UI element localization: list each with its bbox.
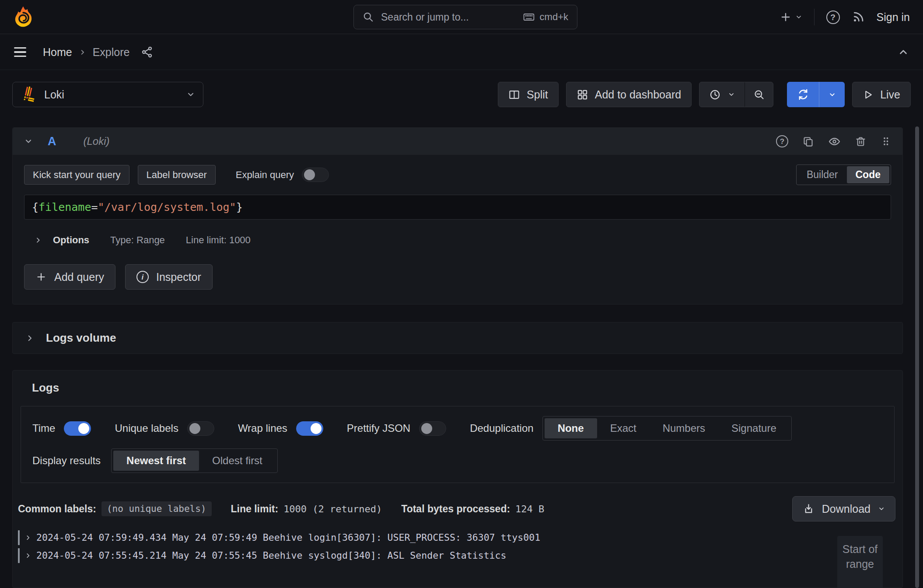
logql-query-field[interactable]: {filename="/var/log/system.log"} [24,195,891,220]
query-editor-body: Kick start your query Label browser Expl… [13,155,902,290]
expand-log-row-icon[interactable] [25,535,31,541]
logs-volume-title: Logs volume [46,331,116,345]
query-editor-actions: Add query i Inspector [24,264,891,290]
log-level-bar [18,548,20,563]
apps-grid-icon [577,89,588,101]
global-search[interactable]: cmd+k [353,5,577,29]
refresh-sync-icon [797,88,809,101]
unique-labels-toggle[interactable] [187,421,214,436]
menu-toggle-icon[interactable] [14,47,26,57]
builder-tab[interactable]: Builder [798,166,847,183]
search-input[interactable] [380,11,516,24]
logs-volume-section[interactable]: Logs volume [12,322,903,354]
share-icon[interactable] [141,46,153,58]
search-icon [363,11,374,23]
query-row-header: A (Loki) ? [13,128,902,155]
query-help-icon[interactable]: ? [776,135,788,147]
wrap-lines-toggle[interactable] [296,421,323,436]
run-query-button[interactable] [787,82,819,107]
add-query-button[interactable]: Add query [24,264,115,290]
refresh-interval-dropdown[interactable] [819,82,845,107]
query-editor-controls: Kick start your query Label browser Expl… [24,164,891,185]
drag-handle-icon[interactable] [881,136,891,147]
explain-query-label: Explain query [236,169,294,181]
dedup-option-none[interactable]: None [545,418,597,438]
logs-title: Logs [32,381,902,395]
breadcrumb-home[interactable]: Home [43,46,72,59]
plus-icon [780,11,792,23]
hide-query-eye-icon[interactable] [828,135,841,148]
top-nav-bar: cmd+k ? Sign in [0,0,923,34]
query-options-row[interactable]: Options Type: Range Line limit: 1000 [24,228,891,252]
time-picker-button[interactable] [699,82,745,107]
log-message: May 24 07:55:45 Beehive syslogd[340]: AS… [172,550,507,561]
order-option-oldest[interactable]: Oldest first [199,451,276,471]
time-toggle[interactable] [64,421,91,436]
loki-logo [21,86,37,103]
collapse-query-chevron-icon[interactable] [24,137,33,146]
prettify-json-toggle-label: Prettify JSON [347,422,410,434]
query-label-value: "/var/log/system.log" [98,201,236,214]
log-timestamp: 2024-05-24 07:59:49.434 [36,532,167,543]
plus-icon [35,271,47,283]
chevron-right-icon [26,334,34,342]
options-label: Options [53,234,89,246]
duplicate-query-icon[interactable] [802,136,814,147]
query-label-name: filename [38,201,91,214]
code-tab[interactable]: Code [847,166,890,183]
inspector-button[interactable]: i Inspector [125,264,213,290]
unique-labels-toggle-label: Unique labels [115,422,178,434]
log-row[interactable]: 2024-05-24 07:55:45.214 May 24 07:55:45 … [18,546,902,564]
new-menu-button[interactable] [780,11,802,23]
dedup-option-signature[interactable]: Signature [718,418,790,438]
chevron-down-icon [878,505,885,512]
log-level-bar [18,530,20,545]
chevron-down-icon [186,90,195,99]
live-button[interactable]: Live [852,82,911,107]
log-message: May 24 07:59:49 Beehive login[36307]: US… [172,532,540,543]
add-to-dashboard-button[interactable]: Add to dashboard [566,82,692,107]
grafana-logo[interactable] [13,6,33,28]
order-option-newest[interactable]: Newest first [113,451,199,471]
logs-meta-row: Common labels: (no unique labels) Line l… [18,496,895,522]
query-ref-id[interactable]: A [48,135,56,148]
expand-log-row-icon[interactable] [25,553,31,559]
chevron-down-icon [728,91,735,98]
explain-query-toggle[interactable] [302,168,329,182]
remove-query-trash-icon[interactable] [855,136,867,147]
wrap-lines-toggle-label: Wrap lines [238,422,287,434]
time-range-picker [699,82,773,107]
download-button[interactable]: Download [792,496,895,522]
explore-toolbar: Loki Split Add to dashboard [12,82,911,107]
keyboard-icon [522,11,535,23]
sign-in-button[interactable]: Sign in [877,11,910,24]
prettify-json-toggle[interactable] [419,421,446,436]
zoom-out-time-button[interactable] [745,82,773,107]
display-results-options: Newest first Oldest first [111,448,278,473]
label-browser-button[interactable]: Label browser [138,165,216,185]
time-toggle-label: Time [32,422,55,434]
split-label: Split [527,88,548,101]
page-scrollbar[interactable] [915,126,919,588]
split-icon [508,89,520,101]
common-labels-label: Common labels: [18,503,96,515]
builder-code-switch: Builder Code [796,164,891,185]
logs-controls-row-1: Time Unique labels Wrap lines Prettify J… [32,416,883,441]
play-icon [863,89,874,100]
help-icon[interactable]: ? [826,10,840,24]
chevron-up-icon[interactable] [898,46,909,58]
news-rss-icon[interactable] [852,10,865,24]
query-operator: = [91,201,98,214]
kick-start-query-button[interactable]: Kick start your query [24,165,129,185]
log-row[interactable]: 2024-05-24 07:59:49.434 May 24 07:59:49 … [18,528,902,546]
dedup-option-exact[interactable]: Exact [597,418,650,438]
inspector-label: Inspector [156,271,201,284]
split-button[interactable]: Split [498,82,559,107]
logs-panel: Logs Time Unique labels Wrap lines Prett… [12,370,903,588]
dedup-option-numbers[interactable]: Numbers [650,418,718,438]
datasource-picker[interactable]: Loki [12,82,203,107]
options-line-limit: Line limit: 1000 [186,234,251,246]
log-timestamp: 2024-05-24 07:55:45.214 [36,550,167,561]
chevron-down-icon [829,91,836,98]
line-limit-label: Line limit: [231,503,279,515]
